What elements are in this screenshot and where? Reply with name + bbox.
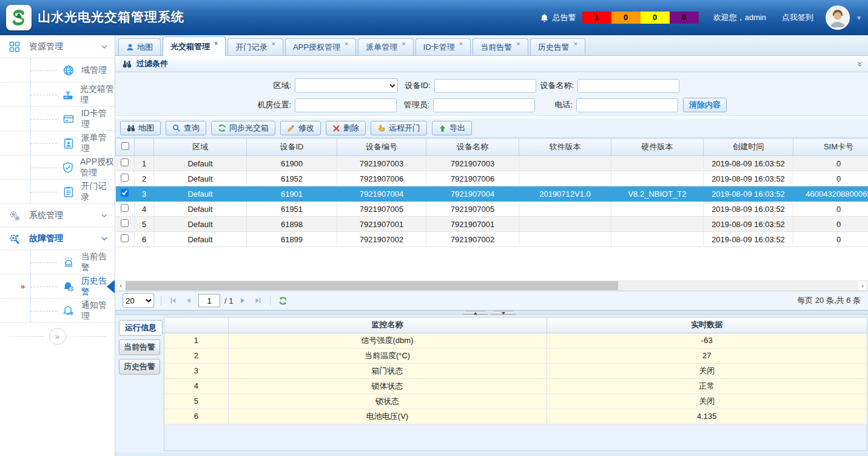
alarm-badge-minor[interactable]: 0 xyxy=(641,12,670,24)
region-select[interactable] xyxy=(295,78,398,93)
filter-title: 过滤条件 xyxy=(136,58,168,69)
close-icon[interactable] xyxy=(516,36,520,52)
row-checkbox[interactable] xyxy=(121,234,129,242)
siren-icon xyxy=(62,256,75,269)
sidebar-item-box-mgmt[interactable]: 光交箱管理 xyxy=(0,83,115,107)
detail-panel: 运行信息 当前告警 历史告警 监控名称 实时数据 1 信号强度(dbm) -63… xyxy=(115,315,868,452)
table-row[interactable]: 2 Default 61952 7921907006 7921907006 20… xyxy=(116,171,868,186)
table-row[interactable]: 4 Default 61951 7921907005 7921907005 20… xyxy=(116,202,868,217)
chevron-down-icon[interactable]: ▼ xyxy=(856,15,862,21)
device-name-input[interactable] xyxy=(577,79,679,93)
first-page-icon[interactable] xyxy=(168,295,179,306)
tab-history-alarms[interactable]: 历史告警 xyxy=(530,38,585,55)
expand-up-icon[interactable] xyxy=(463,311,488,315)
tab-box-mgmt[interactable]: 光交箱管理 xyxy=(163,36,226,56)
close-icon[interactable] xyxy=(402,36,405,52)
col-device-id: 设备ID xyxy=(247,138,337,156)
tab-current-alarms[interactable]: 当前告警 xyxy=(473,38,528,55)
sidebar-item-history-alarms[interactable]: » 历史告警 xyxy=(0,274,115,299)
clear-content-button[interactable]: 清除内容 xyxy=(683,98,727,112)
close-icon[interactable] xyxy=(271,36,275,52)
sidebar-item-app-auth[interactable]: APP授权管理 xyxy=(0,155,115,180)
scrollbar-thumb[interactable] xyxy=(126,281,618,290)
delete-button[interactable]: 删除 xyxy=(326,121,366,135)
remote-open-button[interactable]: 远程开门 xyxy=(371,121,427,135)
refresh-icon[interactable] xyxy=(277,295,288,306)
avatar-person-icon xyxy=(827,7,849,29)
tab-id-card[interactable]: ID卡管理 xyxy=(415,38,471,55)
page-number-input[interactable] xyxy=(198,294,220,307)
prev-page-icon[interactable] xyxy=(183,295,194,306)
sidebar-item-dispatch[interactable]: 派单管理 xyxy=(0,131,115,155)
row-checkbox[interactable] xyxy=(121,189,129,197)
last-page-icon[interactable] xyxy=(252,295,263,306)
row-checkbox[interactable] xyxy=(121,204,129,212)
device-name-label: 设备名称: xyxy=(536,80,577,91)
region-label: 区域: xyxy=(115,80,295,91)
tab-app-auth[interactable]: APP授权管理 xyxy=(285,38,356,55)
edit-button[interactable]: 修改 xyxy=(280,121,321,135)
tab-dispatch[interactable]: 派单管理 xyxy=(358,38,413,55)
monitor-row: 1 信号强度(dbm) -63 xyxy=(164,333,867,348)
close-icon[interactable] xyxy=(574,36,577,52)
section-label: 资源管理 xyxy=(29,41,100,52)
table-row[interactable]: 5 Default 61898 7921907001 7921907001 20… xyxy=(116,217,868,232)
gears-icon xyxy=(7,208,22,223)
close-icon[interactable] xyxy=(214,35,218,51)
device-id-label: 设备ID: xyxy=(398,80,434,91)
room-location-input[interactable] xyxy=(295,98,397,112)
monitor-row: 3 箱门状态 关闭 xyxy=(164,363,867,378)
select-all-checkbox[interactable] xyxy=(121,142,129,150)
row-checkbox[interactable] xyxy=(121,219,129,227)
table-row[interactable]: 1 Default 61900 7921907003 7921907003 20… xyxy=(116,156,868,171)
active-marker-icon: » xyxy=(21,282,24,291)
alarm-badge-critical[interactable]: 1 xyxy=(582,12,611,24)
sidebar-section-resource[interactable]: 资源管理 xyxy=(0,35,115,58)
page-size-select[interactable]: 20 xyxy=(123,293,154,308)
total-alarm-label: 总告警 xyxy=(553,12,576,23)
alarm-badge-major[interactable]: 0 xyxy=(611,12,641,24)
scroll-right-arrow-icon[interactable]: › xyxy=(858,281,867,290)
table-row[interactable]: 3 Default 61901 7921907004 7921907004 20… xyxy=(116,186,868,202)
horizontal-scrollbar[interactable]: ‹ › xyxy=(115,281,868,291)
signin-link[interactable]: 点我签到 xyxy=(782,12,813,23)
collapse-filter-icon[interactable] xyxy=(853,61,863,66)
phone-input[interactable] xyxy=(576,98,678,112)
app-header: 山水光电光交箱管理系统 总告警 1 0 0 0 欢迎您，admin 点我签到 ▼ xyxy=(0,0,868,35)
sidebar-item-domain[interactable]: 域管理 xyxy=(0,58,115,83)
next-page-icon[interactable] xyxy=(237,295,248,306)
sidebar-section-fault[interactable]: 故障管理 xyxy=(0,227,115,250)
delete-x-icon xyxy=(332,124,340,132)
map-button[interactable]: 地图 xyxy=(120,121,161,135)
sidebar-item-id-card[interactable]: ID卡管理 xyxy=(0,107,115,131)
sidebar-section-system[interactable]: 系统管理 xyxy=(0,204,115,227)
tab-map[interactable]: 地图 xyxy=(118,38,161,55)
tab-open-records[interactable]: 开门记录 xyxy=(227,38,283,55)
row-checkbox[interactable] xyxy=(121,158,129,166)
device-id-input[interactable] xyxy=(434,79,536,93)
tab-current-alarm[interactable]: 当前告警 xyxy=(119,339,160,355)
tab-runtime-info[interactable]: 运行信息 xyxy=(119,320,163,336)
sidebar-item-notification[interactable]: 通知管理 xyxy=(0,299,115,323)
gear-wrench-icon xyxy=(7,231,22,246)
manager-input[interactable] xyxy=(433,98,535,112)
tab-history-alarm[interactable]: 历史告警 xyxy=(119,359,160,375)
close-icon[interactable] xyxy=(345,36,348,52)
export-button[interactable]: 导出 xyxy=(432,121,472,135)
collapse-sidebar-button[interactable] xyxy=(49,328,66,345)
row-checkbox[interactable] xyxy=(121,174,129,182)
collapse-down-icon[interactable] xyxy=(491,311,516,315)
search-button[interactable]: 查询 xyxy=(166,121,206,135)
sidebar-item-current-alarms[interactable]: 当前告警 xyxy=(0,250,115,274)
filter-panel-body: 区域: 设备ID: 设备名称: 机房位置: 管理员: 电话: 清除内容 xyxy=(115,72,868,116)
panel-splitter[interactable] xyxy=(115,310,868,315)
alarm-badge-warning[interactable]: 0 xyxy=(670,12,699,24)
sync-button[interactable]: 同步光交箱 xyxy=(211,121,275,135)
logo-icon xyxy=(9,8,29,27)
close-icon[interactable] xyxy=(459,36,463,52)
avatar[interactable] xyxy=(826,5,850,30)
sidebar-item-open-records[interactable]: 开门记录 xyxy=(0,180,115,204)
col-device-name: 设备名称 xyxy=(426,138,519,156)
scroll-left-arrow-icon[interactable]: ‹ xyxy=(116,281,126,290)
table-row[interactable]: 6 Default 61899 7921907002 7921907002 20… xyxy=(116,232,868,247)
